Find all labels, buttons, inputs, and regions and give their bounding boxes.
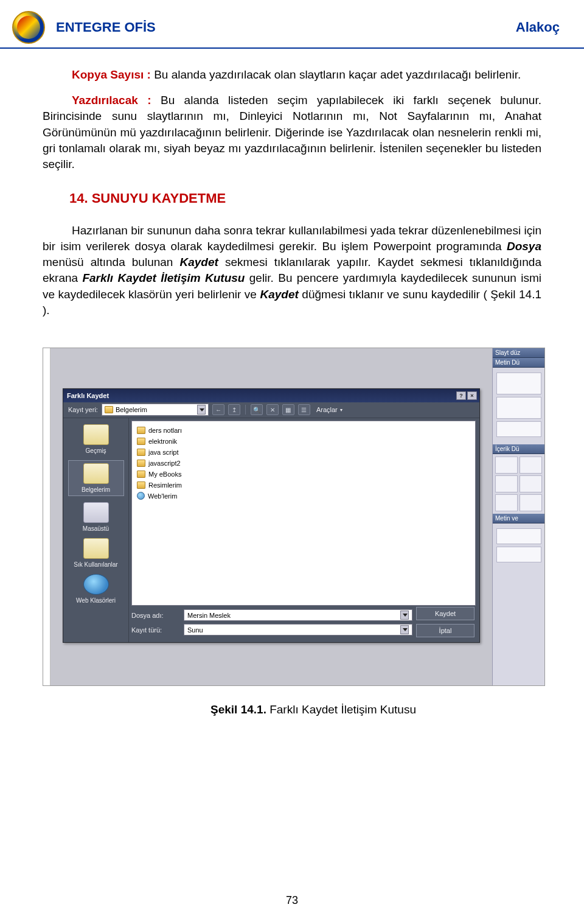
dialog-title: Farklı Kaydet: [67, 392, 456, 399]
caption-text: Farklı Kaydet İletişim Kutusu: [266, 703, 416, 716]
dialog-toolbar: Kayıt yeri: Belgelerim ← ↥ 🔍 ✕ ▦ ☰ Araçl…: [63, 402, 479, 418]
label-kopya: Kopya Sayısı :: [72, 68, 154, 81]
search-icon[interactable]: 🔍: [251, 404, 263, 415]
screenshot-farkli-kaydet: Slayt düz Metin Dü İçerik Dü Metin ve: [43, 348, 545, 686]
place-history[interactable]: Geçmiş: [68, 424, 124, 454]
author-name: Alakoç: [516, 19, 560, 35]
folder-icon: [137, 449, 145, 456]
file-name: Web'lerim: [148, 492, 177, 500]
document-body: Kopya Sayısı : Bu alanda yazdırılacak ol…: [0, 49, 584, 340]
help-button[interactable]: ?: [456, 391, 466, 400]
layout-thumb[interactable]: [496, 373, 541, 394]
layout-thumb[interactable]: [496, 397, 541, 419]
taskpane-title-1: Slayt düz: [493, 348, 544, 358]
lookin-label: Kayıt yeri:: [68, 406, 98, 413]
cancel-button[interactable]: İptal: [416, 624, 474, 637]
file-item[interactable]: Web'lerim: [137, 491, 470, 502]
text-kopya: Bu alanda yazdırılacak olan slaytların k…: [154, 68, 521, 81]
save-as-dialog: Farklı Kaydet ? × Kayıt yeri: Belgelerim…: [63, 388, 480, 643]
layout-thumb[interactable]: [496, 547, 541, 562]
chevron-down-icon[interactable]: [197, 405, 206, 415]
close-button[interactable]: ×: [467, 391, 477, 400]
file-item[interactable]: My eBooks: [137, 469, 470, 480]
file-item[interactable]: Resimlerim: [137, 480, 470, 491]
logo-block: ENTEGRE OFİS: [12, 11, 156, 44]
p3c: sekmesi tıklanılarak yapılır.: [218, 256, 378, 268]
filename-fields: Dosya adı: Mersin Meslek Kayıt türü: Sun…: [131, 608, 412, 637]
taskpane-section-metin-ve: Metin ve: [493, 514, 544, 523]
figure-wrap: Slayt düz Metin Dü İçerik Dü Metin ve: [0, 340, 584, 716]
place-desktop[interactable]: Masaüstü: [68, 502, 124, 532]
university-logo-icon: [12, 11, 45, 44]
file-name: My eBooks: [148, 471, 181, 478]
documents-icon: [83, 463, 109, 484]
layout-thumb[interactable]: [496, 528, 541, 544]
layout-thumb[interactable]: [520, 457, 542, 474]
page-number: 73: [0, 894, 584, 907]
para-yazdir: Yazdırılacak : Bu alanda listeden seçim …: [43, 93, 541, 172]
p3a: Hazırlanan bir sununun daha sonra tekrar…: [43, 224, 541, 253]
filename-value: Mersin Meslek: [187, 612, 231, 619]
layout-thumb[interactable]: [520, 494, 542, 511]
kw-kaydet-2: Kaydet: [260, 288, 298, 301]
filetype-dropdown[interactable]: Sunu: [184, 624, 412, 635]
history-icon: [83, 424, 109, 445]
label-yazdir: Yazdırılacak :: [72, 94, 161, 107]
file-name: Resimlerim: [148, 481, 182, 489]
views-icon[interactable]: ☰: [298, 404, 310, 415]
chevron-down-icon[interactable]: [400, 611, 409, 620]
lookin-dropdown[interactable]: Belgelerim: [102, 404, 209, 416]
p3b: menüsü altında bulunan: [43, 256, 180, 268]
web-icon: [83, 574, 109, 595]
layout-thumb-group-2: [493, 454, 544, 514]
file-list[interactable]: ders notları elektronik java script java…: [131, 421, 476, 606]
file-item[interactable]: elektronik: [137, 436, 470, 447]
delete-icon[interactable]: ✕: [266, 404, 279, 415]
place-web-folders[interactable]: Web Klasörleri: [68, 574, 124, 604]
favorites-icon: [83, 538, 109, 559]
filename-input[interactable]: Mersin Meslek: [184, 609, 412, 621]
layout-thumb[interactable]: [495, 494, 518, 511]
place-label: Masaüstü: [68, 525, 124, 532]
layout-thumb[interactable]: [495, 475, 518, 492]
file-item[interactable]: javascript2: [137, 458, 470, 469]
file-item[interactable]: java script: [137, 447, 470, 458]
new-folder-icon[interactable]: ▦: [282, 404, 294, 415]
dialog-titlebar[interactable]: Farklı Kaydet ? ×: [63, 389, 479, 402]
layout-thumb-group-1: [493, 368, 544, 444]
tools-dropdown[interactable]: Araçlar▾: [314, 406, 345, 413]
taskpane-section-metin: Metin Dü: [493, 358, 544, 368]
taskpane-section-icerik: İçerik Dü: [493, 444, 544, 454]
file-name: ders notları: [148, 427, 182, 434]
back-icon[interactable]: ←: [212, 404, 224, 415]
chevron-down-icon[interactable]: [400, 625, 409, 634]
layout-thumb[interactable]: [496, 421, 541, 437]
folder-icon: [137, 427, 145, 434]
folder-icon: [137, 438, 145, 445]
heading-sunuyu-kaydetme: 14. SUNUYU KAYDETME: [69, 189, 541, 208]
filetype-label: Kayıt türü:: [131, 626, 179, 634]
place-favorites[interactable]: Sık Kullanılanlar: [68, 538, 124, 568]
desktop-icon: [83, 502, 109, 523]
para-kaydetme: Hazırlanan bir sununun daha sonra tekrar…: [43, 223, 541, 318]
file-name: javascript2: [148, 460, 181, 467]
save-button[interactable]: Kaydet: [416, 607, 474, 620]
tools-label: Araçlar: [316, 406, 338, 413]
kw-kaydet: Kaydet: [180, 256, 218, 268]
para-kopya: Kopya Sayısı : Bu alanda yazdırılacak ol…: [43, 67, 541, 83]
slide-strip: [43, 348, 50, 685]
place-label: Geçmiş: [68, 447, 124, 454]
up-icon[interactable]: ↥: [228, 404, 240, 415]
brand-title: ENTEGRE OFİS: [56, 19, 156, 35]
folder-icon: [137, 471, 145, 478]
file-item[interactable]: ders notları: [137, 425, 470, 436]
layout-thumb-group-3: [493, 523, 544, 570]
layout-thumb[interactable]: [495, 457, 518, 474]
page-header: ENTEGRE OFİS Alakoç: [0, 0, 584, 49]
taskpane: Slayt düz Metin Dü İçerik Dü Metin ve: [492, 348, 544, 685]
kw-dosya: Dosya: [507, 240, 541, 253]
file-name: java script: [148, 449, 179, 456]
place-documents[interactable]: Belgelerim: [68, 460, 124, 496]
layout-thumb[interactable]: [520, 475, 542, 492]
filetype-value: Sunu: [187, 626, 203, 634]
